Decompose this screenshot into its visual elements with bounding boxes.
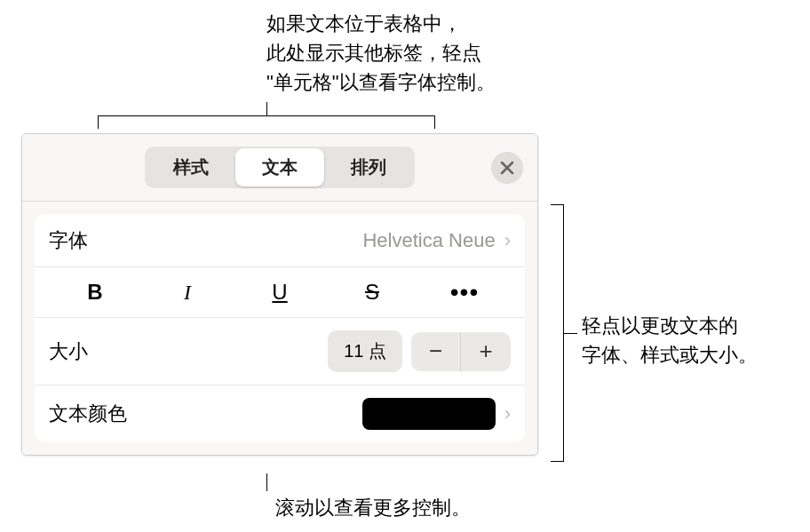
size-value[interactable]: 11 点: [328, 330, 402, 372]
size-decrease-button[interactable]: −: [411, 332, 461, 371]
bracket-line: [266, 102, 267, 115]
annotation-bottom: 滚动以查看更多控制。: [275, 493, 471, 522]
panel-header: 样式 文本 排列: [22, 134, 537, 202]
size-stepper: − +: [411, 332, 511, 371]
text-color-label: 文本颜色: [49, 401, 127, 427]
bracket-line: [266, 473, 267, 491]
font-value: Helvetica Neue: [362, 229, 495, 252]
bracket-line: [98, 115, 435, 129]
text-color-swatch[interactable]: [362, 398, 496, 430]
text-color-row[interactable]: 文本颜色 ›: [35, 385, 525, 442]
more-styles-button[interactable]: •••: [418, 286, 511, 298]
bracket-line: [564, 333, 577, 334]
bracket-line: [551, 204, 564, 462]
font-label: 字体: [49, 227, 88, 254]
panel-body: 字体 Helvetica Neue › B I U S ••• 大小 11 点 …: [22, 202, 537, 455]
size-label: 大小: [49, 338, 88, 365]
size-row: 大小 11 点 − +: [35, 318, 525, 385]
tab-style[interactable]: 样式: [147, 148, 235, 187]
bold-button[interactable]: B: [49, 280, 141, 305]
chevron-right-icon: ›: [504, 402, 511, 425]
annotation-right: 轻点以更改文本的 字体、样式或大小。: [582, 311, 804, 369]
underline-button[interactable]: U: [234, 280, 326, 305]
tab-segmented-control: 样式 文本 排列: [145, 147, 415, 188]
tab-arrange[interactable]: 排列: [324, 148, 413, 187]
format-panel: 样式 文本 排列 字体 Helvetica Neue › B I U S •••: [21, 133, 538, 456]
close-button[interactable]: [491, 152, 523, 184]
text-controls-card: 字体 Helvetica Neue › B I U S ••• 大小 11 点 …: [35, 214, 525, 442]
strikethrough-button[interactable]: S: [326, 280, 418, 305]
size-increase-button[interactable]: +: [461, 332, 511, 371]
italic-button[interactable]: I: [141, 281, 234, 305]
text-style-row: B I U S •••: [35, 267, 525, 318]
close-icon: [500, 161, 514, 175]
chevron-right-icon: ›: [504, 229, 511, 252]
annotation-top: 如果文本位于表格中， 此处显示其他标签，轻点 "单元格"以查看字体控制。: [266, 9, 533, 97]
tab-text[interactable]: 文本: [235, 148, 324, 187]
font-row[interactable]: 字体 Helvetica Neue ›: [35, 214, 525, 267]
